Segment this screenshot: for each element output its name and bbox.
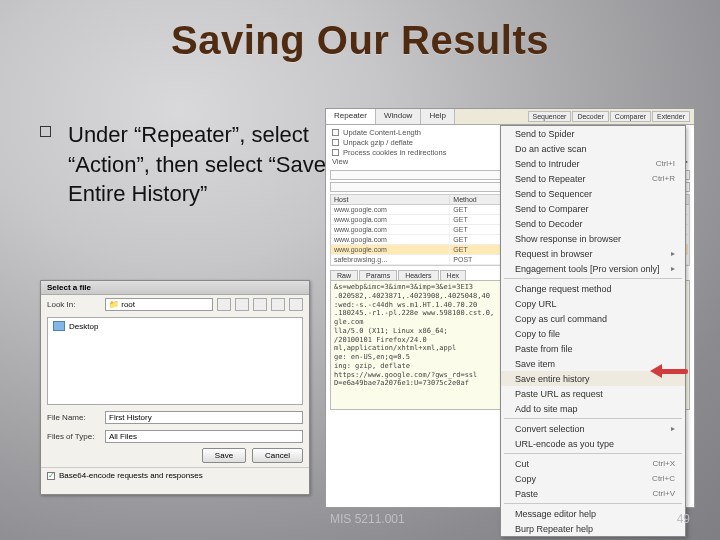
menu-item[interactable]: Send to IntruderCtrl+I: [501, 156, 685, 171]
subtab[interactable]: Raw: [330, 270, 358, 280]
menu-item[interactable]: Send to Sequencer: [501, 186, 685, 201]
menu-item[interactable]: Send to Decoder: [501, 216, 685, 231]
slide-title: Saving Our Results: [0, 0, 720, 63]
menu-item[interactable]: URL-encode as you type: [501, 436, 685, 451]
opt-label: Process cookies in redirections: [343, 148, 446, 158]
file-name: Desktop: [69, 322, 98, 331]
home-icon[interactable]: [235, 298, 249, 311]
new-folder-icon[interactable]: [253, 298, 267, 311]
opt-label: Unpack gzip / deflate: [343, 138, 413, 148]
detail-view-icon[interactable]: [289, 298, 303, 311]
checkbox-icon[interactable]: [332, 129, 339, 136]
footer-page: 49: [677, 512, 690, 526]
menu-item[interactable]: Show response in browser: [501, 231, 685, 246]
list-view-icon[interactable]: [271, 298, 285, 311]
top-tab[interactable]: Decoder: [572, 111, 608, 122]
filename-label: File Name:: [47, 413, 101, 422]
filetype-select[interactable]: All Files: [105, 430, 303, 443]
subtab[interactable]: Headers: [398, 270, 438, 280]
bullet-text: Under “Repeater”, select “Action”, then …: [68, 120, 330, 209]
menu-item[interactable]: Send to Comparer: [501, 201, 685, 216]
save-button[interactable]: Save: [202, 448, 246, 463]
checkbox-icon[interactable]: [47, 472, 55, 480]
burp-top-tabs: Sequencer Decoder Comparer Extender: [527, 111, 690, 122]
menu-item[interactable]: Add to site map: [501, 401, 685, 416]
folder-icon: [53, 321, 65, 331]
filename-input[interactable]: [105, 411, 303, 424]
menu-item[interactable]: Copy to file: [501, 326, 685, 341]
base64-label: Base64-encode requests and responses: [59, 471, 203, 480]
bullet: Under “Repeater”, select “Action”, then …: [40, 120, 330, 209]
menu-item[interactable]: Request in browser▸: [501, 246, 685, 261]
tab-repeater[interactable]: Repeater: [326, 109, 376, 124]
cancel-button[interactable]: Cancel: [252, 448, 303, 463]
tab-help[interactable]: Help: [421, 109, 454, 124]
lookin-value: root: [121, 300, 135, 309]
menu-item[interactable]: Send to RepeaterCtrl+R: [501, 171, 685, 186]
subtab[interactable]: Hex: [440, 270, 466, 280]
menu-item[interactable]: Paste from file: [501, 341, 685, 356]
filetype-label: Files of Type:: [47, 432, 101, 441]
lookin-select[interactable]: 📁 root: [105, 298, 213, 311]
lookin-label: Look In:: [47, 300, 101, 309]
menu-item[interactable]: Convert selection▸: [501, 421, 685, 436]
menu-item[interactable]: Message editor help: [501, 506, 685, 521]
menu-item[interactable]: Send to Spider: [501, 126, 685, 141]
checkbox-icon[interactable]: [332, 139, 339, 146]
context-menu: Send to SpiderDo an active scanSend to I…: [500, 125, 686, 537]
menu-item[interactable]: Change request method: [501, 281, 685, 296]
checkbox-icon[interactable]: [332, 149, 339, 156]
menu-item[interactable]: Engagement tools [Pro version only]▸: [501, 261, 685, 276]
tab-window[interactable]: Window: [376, 109, 421, 124]
footer-course: MIS 5211.001: [330, 512, 405, 526]
menu-separator: [504, 503, 682, 504]
menu-item[interactable]: Copy as curl command: [501, 311, 685, 326]
menu-item[interactable]: Copy URL: [501, 296, 685, 311]
menu-item[interactable]: Burp Repeater help: [501, 521, 685, 536]
arrow-annotation: [650, 364, 698, 378]
slide: Saving Our Results Under “Repeater”, sel…: [0, 0, 720, 540]
menu-separator: [504, 278, 682, 279]
menu-item[interactable]: CutCtrl+X: [501, 456, 685, 471]
menu-separator: [504, 418, 682, 419]
col-host: Host: [331, 195, 450, 204]
menu-item[interactable]: CopyCtrl+C: [501, 471, 685, 486]
menu-item[interactable]: Paste URL as request: [501, 386, 685, 401]
menu-item[interactable]: Do an active scan: [501, 141, 685, 156]
file-list[interactable]: Desktop: [47, 317, 303, 405]
opt-label: View: [332, 157, 348, 167]
top-tab[interactable]: Comparer: [610, 111, 651, 122]
screenshot-file-dialog: Select a file Look In: 📁 root Desktop Fi…: [40, 280, 310, 495]
menu-item[interactable]: PasteCtrl+V: [501, 486, 685, 501]
up-folder-icon[interactable]: [217, 298, 231, 311]
subtab[interactable]: Params: [359, 270, 397, 280]
list-item[interactable]: Desktop: [53, 321, 297, 331]
dialog-title: Select a file: [41, 281, 309, 295]
top-tab[interactable]: Sequencer: [528, 111, 572, 122]
bullet-icon: [40, 126, 51, 137]
opt-label: Update Content-Length: [343, 128, 421, 138]
menu-separator: [504, 453, 682, 454]
top-tab[interactable]: Extender: [652, 111, 690, 122]
